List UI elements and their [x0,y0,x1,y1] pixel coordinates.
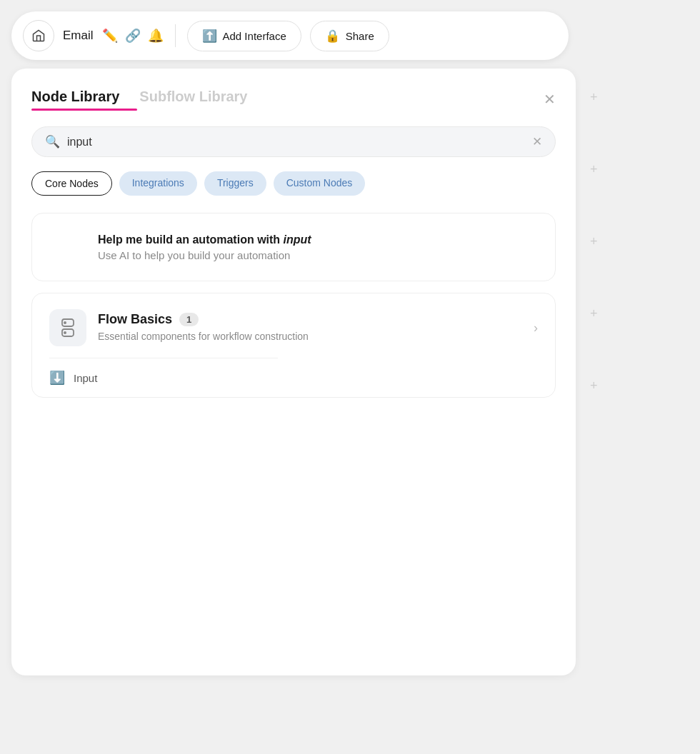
close-button[interactable]: ✕ [544,92,556,106]
flow-card-header: Flow Basics 1 Essential components for w… [49,309,538,346]
flow-icon-box [49,309,86,346]
link-icon[interactable]: 🔗 [125,28,141,44]
flow-card-title-row: Flow Basics 1 [98,312,522,327]
top-bar-actions: ✏️ 🔗 🔔 [102,28,164,44]
ai-card-heading: Help me build an automation with input [98,233,311,246]
svg-point-2 [64,321,66,324]
chevron-right-icon[interactable]: › [534,321,538,336]
flow-input-label: Input [74,372,97,384]
bell-icon[interactable]: 🔔 [148,28,164,44]
chip-core-nodes[interactable]: Core Nodes [31,171,112,196]
tab-active-underline [31,109,137,111]
lock-icon: 🔒 [325,29,340,44]
add-interface-button[interactable]: ⬆️ Add Interface [187,21,301,51]
search-input[interactable] [67,136,532,149]
sidebar-plus-3[interactable]: + [590,234,598,249]
sidebar-plus-2[interactable]: + [590,162,598,177]
divider [175,24,176,47]
ai-card-subtext: Use AI to help you build your automation [98,249,311,261]
search-bar: 🔍 ✕ [31,126,556,157]
flow-count-badge: 1 [179,313,199,326]
ai-sparkle-icon [49,229,85,265]
library-tabs: Node Library Subflow Library ✕ [31,89,556,109]
flow-basics-title: Flow Basics [98,312,172,327]
ai-assist-card[interactable]: Help me build an automation with input U… [31,213,556,281]
chip-triggers[interactable]: Triggers [204,171,266,196]
node-library-panel: Node Library Subflow Library ✕ 🔍 ✕ Core … [11,69,576,675]
flow-basics-card: Flow Basics 1 Essential components for w… [31,293,556,398]
add-interface-icon: ⬆️ [202,29,217,44]
download-icon: ⬇️ [49,370,65,386]
flow-basics-desc: Essential components for workflow constr… [98,331,309,342]
tab-subflow-library[interactable]: Subflow Library [139,89,247,109]
svg-point-3 [64,331,66,334]
home-button[interactable] [23,20,54,51]
flow-basics-icon [56,316,79,339]
home-icon [31,29,46,43]
flow-input-item[interactable]: ⬇️ Input [49,358,278,397]
search-clear-icon[interactable]: ✕ [532,134,542,149]
tab-node-library[interactable]: Node Library [31,89,119,109]
sidebar-plus-1[interactable]: + [590,90,598,105]
sidebar-plus-4[interactable]: + [590,306,598,321]
share-label: Share [346,30,374,42]
ai-card-content: Help me build an automation with input U… [98,233,311,261]
sidebar-plus-5[interactable]: + [590,378,598,393]
share-button[interactable]: 🔒 Share [310,21,389,51]
flow-card-info: Flow Basics 1 Essential components for w… [98,312,522,344]
chip-integrations[interactable]: Integrations [119,171,197,196]
edit-icon[interactable]: ✏️ [102,28,118,44]
search-icon: 🔍 [45,134,60,149]
filter-chips: Core Nodes Integrations Triggers Custom … [31,171,556,196]
main-content: Node Library Subflow Library ✕ 🔍 ✕ Core … [11,69,689,675]
chip-custom-nodes[interactable]: Custom Nodes [274,171,366,196]
workflow-title: Email [63,29,94,43]
right-sidebar: + + + + + [576,69,598,393]
add-interface-label: Add Interface [223,30,286,42]
top-bar: Email ✏️ 🔗 🔔 ⬆️ Add Interface 🔒 Share [11,11,569,60]
